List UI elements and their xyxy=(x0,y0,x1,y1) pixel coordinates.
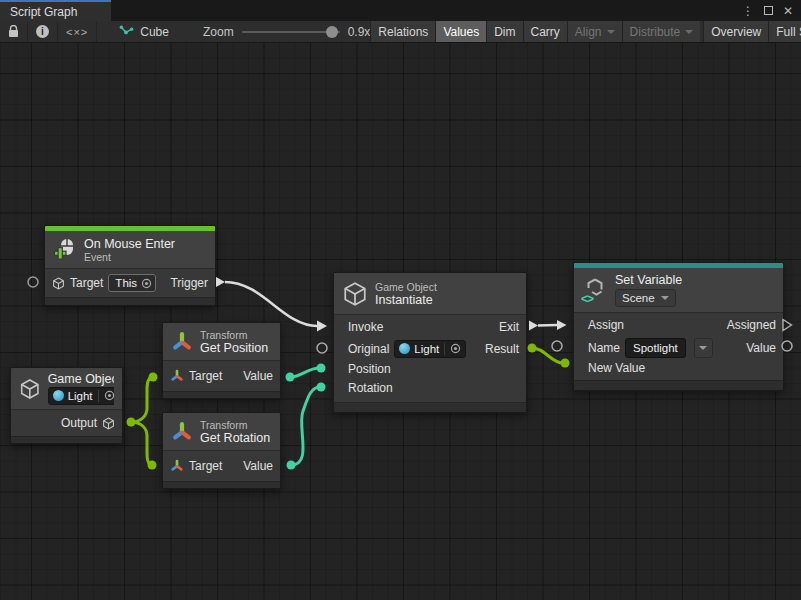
port-row-new-value: New Value xyxy=(574,358,783,377)
node-get-position[interactable]: Transform Get Position Target Value xyxy=(162,322,281,399)
node-title: Get Position xyxy=(200,341,268,355)
node-title: Instantiate xyxy=(375,293,437,307)
node-set-variable[interactable]: <> Set Variable Scene Assign Assigned Na… xyxy=(573,262,784,391)
original-port-label: Original xyxy=(348,342,389,356)
node-get-rotation[interactable]: Transform Get Rotation Target Value xyxy=(162,412,281,489)
relations-toggle[interactable]: Relations xyxy=(370,21,435,42)
name-port-label: Name xyxy=(588,341,620,355)
node-header: Transform Get Rotation xyxy=(163,413,280,451)
maximize-icon[interactable] xyxy=(764,6,773,15)
rotation-port-label: Rotation xyxy=(348,381,393,395)
position-port-label: Position xyxy=(348,362,391,376)
toolbar-toggles: Relations Values Dim Carry Align Distrib… xyxy=(370,21,801,42)
carry-toggle[interactable]: Carry xyxy=(523,21,567,42)
chip-divider xyxy=(444,343,445,355)
carry-label: Carry xyxy=(531,25,560,39)
scope-value: Scene xyxy=(622,292,655,304)
node-instantiate[interactable]: Game Object Instantiate Invoke Exit Orig… xyxy=(333,272,527,413)
object-picker-icon[interactable] xyxy=(450,343,461,354)
node-footer xyxy=(163,481,280,488)
object-picker-icon[interactable] xyxy=(104,390,114,401)
output-port-label: Output xyxy=(61,416,97,430)
relations-label: Relations xyxy=(378,25,428,39)
port-row-name: Name Spotlight Value xyxy=(574,337,783,358)
game-object-cube-icon xyxy=(19,377,41,401)
port-row: Target Value xyxy=(163,361,280,391)
fullscreen-button[interactable]: Full Screen xyxy=(768,21,801,42)
node-footer xyxy=(334,402,526,412)
target-port-label: Target xyxy=(70,276,103,290)
chevron-down-icon xyxy=(661,296,669,300)
node-title: On Mouse Enter xyxy=(84,237,175,251)
trigger-port-label: Trigger xyxy=(170,276,208,290)
node-header: <> Set Variable Scene xyxy=(574,268,783,313)
exit-port-label: Exit xyxy=(499,320,519,334)
port-row-assign: Assign Assigned xyxy=(574,313,783,337)
variable-scope-dropdown[interactable]: Scene xyxy=(615,289,676,307)
node-subtitle: Event xyxy=(84,251,175,263)
target-this-field[interactable]: This xyxy=(108,274,156,292)
object-value: Light xyxy=(414,343,439,355)
invoke-port-label: Invoke xyxy=(348,320,383,334)
tab-label: Script Graph xyxy=(10,5,77,19)
port-row-invoke-exit: Invoke Exit xyxy=(334,315,526,338)
target-port-label: Target xyxy=(189,369,222,383)
assign-port-label: Assign xyxy=(588,318,624,332)
game-object-cube-icon xyxy=(52,277,65,290)
value-port-label: Value xyxy=(243,459,273,473)
lock-button[interactable] xyxy=(0,21,28,42)
zoom-control: Zoom 0.9x xyxy=(203,21,370,42)
code-preview-button[interactable]: <×> xyxy=(58,21,97,42)
values-label: Values xyxy=(443,25,479,39)
node-footer xyxy=(45,297,215,305)
script-graph-icon xyxy=(119,24,134,39)
chevron-down-icon xyxy=(699,346,707,350)
mouse-enter-icon xyxy=(53,238,77,262)
dim-toggle[interactable]: Dim xyxy=(486,21,522,42)
game-object-cube-icon xyxy=(342,281,368,307)
port-row: Target Value xyxy=(163,451,280,481)
tab-script-graph[interactable]: Script Graph xyxy=(0,0,111,21)
assigned-port-label: Assigned xyxy=(727,318,776,332)
new-value-port-label: New Value xyxy=(588,361,645,375)
port-row-original-result: Original Light Result xyxy=(334,338,526,359)
title-bar: Script Graph ⋮ ✕ xyxy=(0,0,801,21)
variable-name-field[interactable]: Spotlight xyxy=(625,338,686,358)
transform-icon xyxy=(171,331,193,353)
node-game-object-literal[interactable]: Game Object Light Output xyxy=(10,367,123,444)
light-object-field[interactable]: Light xyxy=(394,340,466,358)
inspect-button[interactable]: i xyxy=(28,21,58,42)
node-on-mouse-enter[interactable]: On Mouse Enter Event Target This Trigger xyxy=(44,225,216,306)
info-icon: i xyxy=(36,25,49,38)
close-icon[interactable]: ✕ xyxy=(783,5,793,17)
name-value: Spotlight xyxy=(633,342,678,354)
port-row: Output xyxy=(11,410,122,436)
zoom-value: 0.9x xyxy=(348,25,371,39)
distribute-menu[interactable]: Distribute xyxy=(622,21,701,42)
node-title: Game Object xyxy=(48,372,114,386)
dim-label: Dim xyxy=(494,25,515,39)
object-picker-icon[interactable] xyxy=(141,278,152,289)
result-port-label: Result xyxy=(485,342,519,356)
node-header: Game Object Instantiate xyxy=(334,273,526,315)
zoom-slider-handle[interactable] xyxy=(326,26,338,38)
object-value: Light xyxy=(68,390,93,402)
target-port-label: Target xyxy=(189,459,222,473)
align-menu[interactable]: Align xyxy=(567,21,622,42)
unity-script-graph-window: { "window": { "tab": "Script Graph", "ke… xyxy=(0,0,801,600)
node-category: Transform xyxy=(200,419,270,431)
transform-icon xyxy=(171,421,193,443)
node-header: Transform Get Position xyxy=(163,323,280,361)
values-toggle[interactable]: Values xyxy=(435,21,486,42)
graph-breadcrumb[interactable]: Cube xyxy=(119,21,169,42)
window-controls: ⋮ ✕ xyxy=(742,0,801,21)
overview-button[interactable]: Overview xyxy=(703,21,768,42)
this-value: This xyxy=(115,277,137,289)
node-footer xyxy=(574,380,783,390)
zoom-slider[interactable] xyxy=(242,31,340,33)
chip-divider xyxy=(98,390,99,402)
window-menu-icon[interactable]: ⋮ xyxy=(742,5,754,17)
node-title: Get Rotation xyxy=(200,431,270,445)
variable-name-dropdown[interactable] xyxy=(694,338,713,358)
light-object-field[interactable]: Light xyxy=(48,387,114,405)
